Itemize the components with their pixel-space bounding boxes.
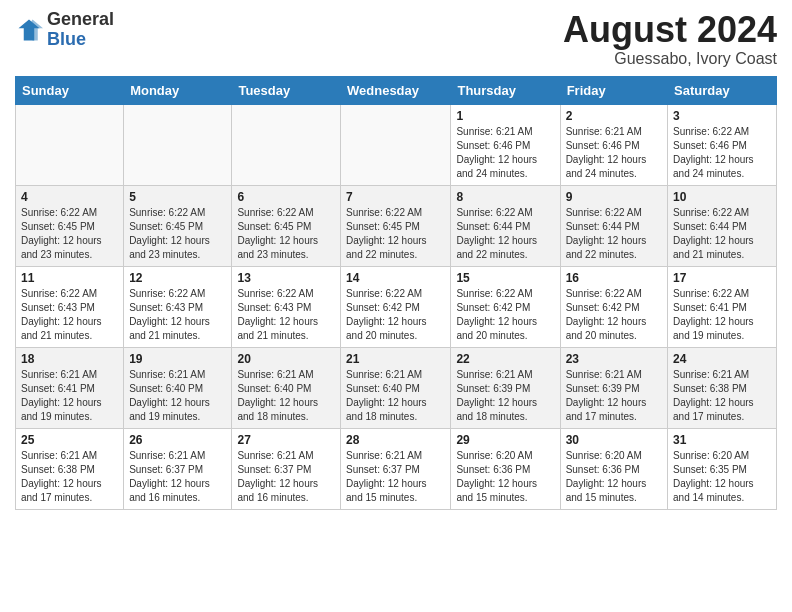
table-row: 15Sunrise: 6:22 AMSunset: 6:42 PMDayligh… xyxy=(451,266,560,347)
day-info: Sunrise: 6:21 AMSunset: 6:40 PMDaylight:… xyxy=(346,368,445,424)
col-wednesday: Wednesday xyxy=(341,76,451,104)
col-thursday: Thursday xyxy=(451,76,560,104)
day-info: Sunrise: 6:21 AMSunset: 6:46 PMDaylight:… xyxy=(456,125,554,181)
day-info: Sunrise: 6:21 AMSunset: 6:37 PMDaylight:… xyxy=(346,449,445,505)
table-row: 3Sunrise: 6:22 AMSunset: 6:46 PMDaylight… xyxy=(668,104,777,185)
col-tuesday: Tuesday xyxy=(232,76,341,104)
day-number: 24 xyxy=(673,352,771,366)
day-number: 26 xyxy=(129,433,226,447)
day-number: 8 xyxy=(456,190,554,204)
day-number: 18 xyxy=(21,352,118,366)
day-number: 25 xyxy=(21,433,118,447)
table-row xyxy=(124,104,232,185)
col-saturday: Saturday xyxy=(668,76,777,104)
day-info: Sunrise: 6:22 AMSunset: 6:45 PMDaylight:… xyxy=(21,206,118,262)
day-info: Sunrise: 6:22 AMSunset: 6:46 PMDaylight:… xyxy=(673,125,771,181)
day-number: 7 xyxy=(346,190,445,204)
day-number: 30 xyxy=(566,433,662,447)
table-row: 25Sunrise: 6:21 AMSunset: 6:38 PMDayligh… xyxy=(16,428,124,509)
day-info: Sunrise: 6:21 AMSunset: 6:40 PMDaylight:… xyxy=(237,368,335,424)
day-info: Sunrise: 6:22 AMSunset: 6:44 PMDaylight:… xyxy=(566,206,662,262)
table-row: 2Sunrise: 6:21 AMSunset: 6:46 PMDaylight… xyxy=(560,104,667,185)
day-number: 12 xyxy=(129,271,226,285)
table-row: 16Sunrise: 6:22 AMSunset: 6:42 PMDayligh… xyxy=(560,266,667,347)
day-info: Sunrise: 6:21 AMSunset: 6:46 PMDaylight:… xyxy=(566,125,662,181)
day-number: 19 xyxy=(129,352,226,366)
table-row: 17Sunrise: 6:22 AMSunset: 6:41 PMDayligh… xyxy=(668,266,777,347)
day-info: Sunrise: 6:21 AMSunset: 6:40 PMDaylight:… xyxy=(129,368,226,424)
day-number: 14 xyxy=(346,271,445,285)
day-info: Sunrise: 6:21 AMSunset: 6:38 PMDaylight:… xyxy=(673,368,771,424)
table-row: 12Sunrise: 6:22 AMSunset: 6:43 PMDayligh… xyxy=(124,266,232,347)
table-row: 10Sunrise: 6:22 AMSunset: 6:44 PMDayligh… xyxy=(668,185,777,266)
table-row: 7Sunrise: 6:22 AMSunset: 6:45 PMDaylight… xyxy=(341,185,451,266)
day-info: Sunrise: 6:21 AMSunset: 6:39 PMDaylight:… xyxy=(566,368,662,424)
table-row: 5Sunrise: 6:22 AMSunset: 6:45 PMDaylight… xyxy=(124,185,232,266)
table-row: 11Sunrise: 6:22 AMSunset: 6:43 PMDayligh… xyxy=(16,266,124,347)
day-number: 29 xyxy=(456,433,554,447)
table-row: 14Sunrise: 6:22 AMSunset: 6:42 PMDayligh… xyxy=(341,266,451,347)
day-info: Sunrise: 6:22 AMSunset: 6:42 PMDaylight:… xyxy=(346,287,445,343)
day-info: Sunrise: 6:22 AMSunset: 6:42 PMDaylight:… xyxy=(456,287,554,343)
day-number: 22 xyxy=(456,352,554,366)
day-info: Sunrise: 6:22 AMSunset: 6:41 PMDaylight:… xyxy=(673,287,771,343)
title-block: August 2024 Guessabo, Ivory Coast xyxy=(563,10,777,68)
table-row: 9Sunrise: 6:22 AMSunset: 6:44 PMDaylight… xyxy=(560,185,667,266)
table-row: 13Sunrise: 6:22 AMSunset: 6:43 PMDayligh… xyxy=(232,266,341,347)
table-row: 24Sunrise: 6:21 AMSunset: 6:38 PMDayligh… xyxy=(668,347,777,428)
day-number: 28 xyxy=(346,433,445,447)
table-row: 31Sunrise: 6:20 AMSunset: 6:35 PMDayligh… xyxy=(668,428,777,509)
day-info: Sunrise: 6:20 AMSunset: 6:35 PMDaylight:… xyxy=(673,449,771,505)
page-subtitle: Guessabo, Ivory Coast xyxy=(563,50,777,68)
day-info: Sunrise: 6:20 AMSunset: 6:36 PMDaylight:… xyxy=(456,449,554,505)
calendar-table: Sunday Monday Tuesday Wednesday Thursday… xyxy=(15,76,777,510)
page: General Blue August 2024 Guessabo, Ivory… xyxy=(0,0,792,612)
table-row: 28Sunrise: 6:21 AMSunset: 6:37 PMDayligh… xyxy=(341,428,451,509)
day-info: Sunrise: 6:22 AMSunset: 6:42 PMDaylight:… xyxy=(566,287,662,343)
logo-icon xyxy=(15,16,43,44)
day-number: 31 xyxy=(673,433,771,447)
day-info: Sunrise: 6:22 AMSunset: 6:43 PMDaylight:… xyxy=(21,287,118,343)
day-number: 16 xyxy=(566,271,662,285)
day-info: Sunrise: 6:22 AMSunset: 6:43 PMDaylight:… xyxy=(129,287,226,343)
day-number: 2 xyxy=(566,109,662,123)
day-info: Sunrise: 6:21 AMSunset: 6:41 PMDaylight:… xyxy=(21,368,118,424)
day-number: 13 xyxy=(237,271,335,285)
table-row: 30Sunrise: 6:20 AMSunset: 6:36 PMDayligh… xyxy=(560,428,667,509)
table-row: 18Sunrise: 6:21 AMSunset: 6:41 PMDayligh… xyxy=(16,347,124,428)
table-row: 20Sunrise: 6:21 AMSunset: 6:40 PMDayligh… xyxy=(232,347,341,428)
table-row: 1Sunrise: 6:21 AMSunset: 6:46 PMDaylight… xyxy=(451,104,560,185)
day-number: 17 xyxy=(673,271,771,285)
day-number: 11 xyxy=(21,271,118,285)
col-sunday: Sunday xyxy=(16,76,124,104)
logo-general: General xyxy=(47,9,114,29)
day-info: Sunrise: 6:22 AMSunset: 6:44 PMDaylight:… xyxy=(673,206,771,262)
day-info: Sunrise: 6:22 AMSunset: 6:43 PMDaylight:… xyxy=(237,287,335,343)
day-number: 6 xyxy=(237,190,335,204)
table-row: 21Sunrise: 6:21 AMSunset: 6:40 PMDayligh… xyxy=(341,347,451,428)
table-row: 19Sunrise: 6:21 AMSunset: 6:40 PMDayligh… xyxy=(124,347,232,428)
day-info: Sunrise: 6:20 AMSunset: 6:36 PMDaylight:… xyxy=(566,449,662,505)
table-row: 8Sunrise: 6:22 AMSunset: 6:44 PMDaylight… xyxy=(451,185,560,266)
day-info: Sunrise: 6:22 AMSunset: 6:45 PMDaylight:… xyxy=(237,206,335,262)
day-info: Sunrise: 6:21 AMSunset: 6:37 PMDaylight:… xyxy=(237,449,335,505)
logo-text: General Blue xyxy=(47,10,114,50)
col-monday: Monday xyxy=(124,76,232,104)
day-number: 9 xyxy=(566,190,662,204)
table-row: 29Sunrise: 6:20 AMSunset: 6:36 PMDayligh… xyxy=(451,428,560,509)
table-row xyxy=(16,104,124,185)
day-number: 3 xyxy=(673,109,771,123)
header: General Blue August 2024 Guessabo, Ivory… xyxy=(15,10,777,68)
col-friday: Friday xyxy=(560,76,667,104)
day-info: Sunrise: 6:21 AMSunset: 6:38 PMDaylight:… xyxy=(21,449,118,505)
day-info: Sunrise: 6:21 AMSunset: 6:37 PMDaylight:… xyxy=(129,449,226,505)
day-number: 23 xyxy=(566,352,662,366)
day-number: 10 xyxy=(673,190,771,204)
day-number: 5 xyxy=(129,190,226,204)
table-row xyxy=(341,104,451,185)
logo-blue: Blue xyxy=(47,29,86,49)
day-info: Sunrise: 6:22 AMSunset: 6:44 PMDaylight:… xyxy=(456,206,554,262)
logo: General Blue xyxy=(15,10,114,50)
table-row xyxy=(232,104,341,185)
day-number: 4 xyxy=(21,190,118,204)
